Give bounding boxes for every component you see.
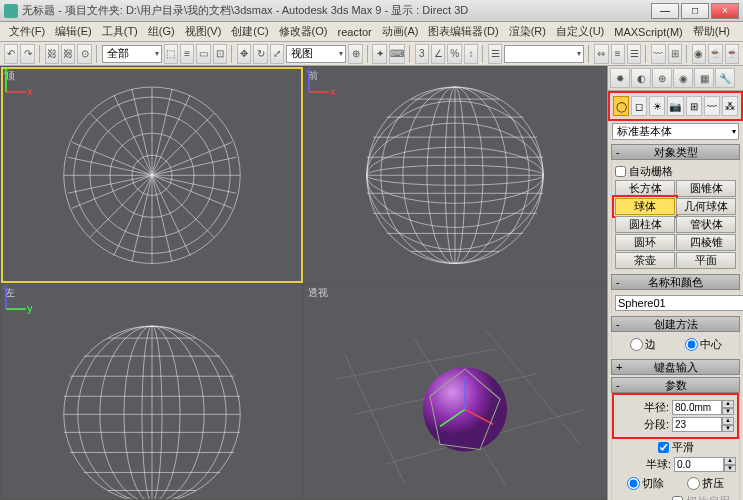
edge-radio[interactable]: 边 — [630, 337, 656, 352]
window-crossing-button[interactable]: ⊡ — [213, 44, 227, 64]
menu-rendering[interactable]: 渲染(R) — [504, 22, 551, 41]
bind-button[interactable]: ⊙ — [77, 44, 91, 64]
spinner-down[interactable]: ▼ — [722, 425, 734, 433]
sphere-button[interactable]: 球体 — [615, 198, 675, 215]
move-button[interactable]: ✥ — [237, 44, 251, 64]
named-sel-dropdown[interactable] — [504, 45, 584, 63]
hierarchy-tab-icon[interactable]: ⊕ — [652, 68, 672, 88]
object-name-input[interactable] — [615, 295, 743, 311]
material-button[interactable]: ◉ — [692, 44, 706, 64]
menu-maxscript[interactable]: MAXScript(M) — [609, 24, 687, 40]
spinner-down[interactable]: ▼ — [722, 408, 734, 416]
menu-create[interactable]: 创建(C) — [226, 22, 273, 41]
select-rect-button[interactable]: ▭ — [196, 44, 210, 64]
ref-coord-dropdown[interactable]: 视图 — [286, 45, 346, 63]
geosphere-button[interactable]: 几何球体 — [676, 198, 736, 215]
slice-on-checkbox[interactable]: 切片启用 — [615, 494, 736, 500]
category-dropdown[interactable]: 标准基本体 — [612, 123, 739, 140]
menu-file[interactable]: 文件(F) — [4, 22, 50, 41]
cameras-icon[interactable]: 📷 — [667, 96, 683, 116]
spinner-up[interactable]: ▲ — [724, 457, 736, 465]
menu-tools[interactable]: 工具(T) — [97, 22, 143, 41]
close-button[interactable]: × — [711, 3, 739, 19]
redo-button[interactable]: ↷ — [20, 44, 34, 64]
rollout-name-color[interactable]: 名称和颜色 — [611, 274, 740, 290]
pivot-button[interactable]: ⊕ — [348, 44, 362, 64]
tube-button[interactable]: 管状体 — [676, 216, 736, 233]
minimize-button[interactable]: — — [651, 3, 679, 19]
menu-modifiers[interactable]: 修改器(O) — [274, 22, 333, 41]
autogrid-checkbox[interactable]: 自动栅格 — [615, 164, 736, 179]
geometry-icon[interactable]: ◯ — [613, 96, 629, 116]
viewport-front[interactable]: 前 x z — [304, 67, 606, 283]
titlebar: 无标题 - 项目文件夹: D:\用户目录\我的文档\3dsmax - Autod… — [0, 0, 743, 22]
create-tab-icon[interactable]: ✹ — [610, 68, 630, 88]
quick-render-button[interactable]: ☕ — [725, 44, 739, 64]
schematic-button[interactable]: ⊞ — [668, 44, 682, 64]
create-categories: ◯ ◻ ☀ 📷 ⊞ 〰 ⁂ — [611, 94, 740, 118]
cylinder-button[interactable]: 圆柱体 — [615, 216, 675, 233]
menu-edit[interactable]: 编辑(E) — [50, 22, 97, 41]
shapes-icon[interactable]: ◻ — [631, 96, 647, 116]
curve-editor-button[interactable]: 〰 — [651, 44, 665, 64]
squash-radio[interactable]: 挤压 — [687, 476, 724, 491]
menu-animation[interactable]: 动画(A) — [377, 22, 424, 41]
pyramid-button[interactable]: 四棱锥 — [676, 234, 736, 251]
layers-button[interactable]: ☰ — [627, 44, 641, 64]
lights-icon[interactable]: ☀ — [649, 96, 665, 116]
smooth-checkbox[interactable]: 平滑 — [615, 440, 736, 455]
keymode-button[interactable]: ⌨ — [389, 44, 405, 64]
render-scene-button[interactable]: ☕ — [708, 44, 722, 64]
link-button[interactable]: ⛓ — [45, 44, 59, 64]
mirror-button[interactable]: ⇔ — [594, 44, 608, 64]
modify-tab-icon[interactable]: ◐ — [631, 68, 651, 88]
menu-views[interactable]: 视图(V) — [180, 22, 227, 41]
cone-button[interactable]: 圆锥体 — [676, 180, 736, 197]
angle-snap-button[interactable]: ∠ — [431, 44, 445, 64]
menu-group[interactable]: 组(G) — [143, 22, 180, 41]
spinner-snap-button[interactable]: ↕ — [464, 44, 478, 64]
snap-button[interactable]: 3 — [415, 44, 429, 64]
motion-tab-icon[interactable]: ◉ — [673, 68, 693, 88]
helpers-icon[interactable]: ⊞ — [686, 96, 702, 116]
viewport-top[interactable]: 顶 x y — [1, 67, 303, 283]
select-name-button[interactable]: ≡ — [180, 44, 194, 64]
menu-reactor[interactable]: reactor — [333, 24, 377, 40]
radius-input[interactable] — [672, 400, 722, 415]
teapot-button[interactable]: 茶壶 — [615, 252, 675, 269]
systems-icon[interactable]: ⁂ — [722, 96, 738, 116]
box-button[interactable]: 长方体 — [615, 180, 675, 197]
utilities-tab-icon[interactable]: 🔧 — [715, 68, 735, 88]
viewport-left[interactable]: 左 y z — [1, 284, 303, 500]
scale-button[interactable]: ⤢ — [270, 44, 284, 64]
percent-snap-button[interactable]: % — [447, 44, 461, 64]
plane-button[interactable]: 平面 — [676, 252, 736, 269]
spacewarps-icon[interactable]: 〰 — [704, 96, 720, 116]
undo-button[interactable]: ↶ — [4, 44, 18, 64]
spinner-down[interactable]: ▼ — [724, 465, 736, 473]
menu-customize[interactable]: 自定义(U) — [551, 22, 609, 41]
rollout-keyboard-entry[interactable]: 键盘输入 — [611, 359, 740, 375]
unlink-button[interactable]: ⛓̷ — [61, 44, 75, 64]
rotate-button[interactable]: ↻ — [253, 44, 267, 64]
menu-help[interactable]: 帮助(H) — [688, 22, 735, 41]
align-button[interactable]: ≡ — [611, 44, 625, 64]
named-sel-button[interactable]: ☰ — [488, 44, 502, 64]
rollout-creation-method[interactable]: 创建方法 — [611, 316, 740, 332]
selection-filter[interactable]: 全部 — [102, 45, 162, 63]
segments-input[interactable] — [672, 417, 722, 432]
center-radio[interactable]: 中心 — [685, 337, 722, 352]
menu-graph[interactable]: 图表编辑器(D) — [423, 22, 503, 41]
torus-button[interactable]: 圆环 — [615, 234, 675, 251]
hemisphere-input[interactable] — [674, 457, 724, 472]
maximize-button[interactable]: □ — [681, 3, 709, 19]
spinner-up[interactable]: ▲ — [722, 417, 734, 425]
rollout-object-type[interactable]: 对象类型 — [611, 144, 740, 160]
select-button[interactable]: ⬚ — [164, 44, 178, 64]
display-tab-icon[interactable]: ▦ — [694, 68, 714, 88]
rollout-parameters[interactable]: 参数 — [611, 377, 740, 393]
manip-button[interactable]: ✦ — [372, 44, 386, 64]
viewport-perspective[interactable]: 透视 — [304, 284, 606, 500]
spinner-up[interactable]: ▲ — [722, 400, 734, 408]
chop-radio[interactable]: 切除 — [627, 476, 664, 491]
